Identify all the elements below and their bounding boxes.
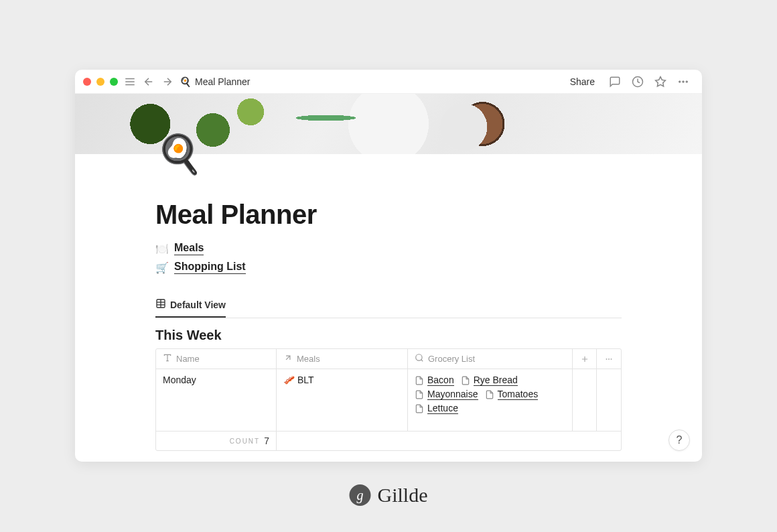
grocery-label: Mayonnaise xyxy=(427,389,478,400)
svg-point-17 xyxy=(416,354,422,360)
forward-button[interactable] xyxy=(161,75,174,88)
grocery-chip[interactable]: Mayonnaise xyxy=(415,389,478,400)
page-icon[interactable]: 🍳 xyxy=(155,130,204,178)
titlebar-actions: Share xyxy=(566,75,694,88)
table-header: Name Meals Grocery List xyxy=(156,349,621,369)
page-icon xyxy=(415,376,424,385)
brand-icon: g xyxy=(350,484,371,506)
database-table: Name Meals Grocery List xyxy=(155,348,622,451)
window-controls xyxy=(83,78,118,86)
table-row[interactable]: Monday 🥓 BLT Bacon Rye Bread xyxy=(156,369,621,431)
column-header-name[interactable]: Name xyxy=(156,349,277,369)
help-button[interactable]: ? xyxy=(668,429,690,451)
share-button[interactable]: Share xyxy=(566,76,599,87)
link-label: Shopping List xyxy=(174,261,246,274)
page-title[interactable]: Meal Planner xyxy=(155,200,622,230)
column-more-button[interactable] xyxy=(597,349,621,369)
page-links: 🍽️ Meals 🛒 Shopping List xyxy=(155,242,622,274)
link-shopping-list[interactable]: 🛒 Shopping List xyxy=(155,261,622,274)
grocery-label: Bacon xyxy=(427,375,454,386)
svg-point-9 xyxy=(686,80,688,82)
cart-icon: 🛒 xyxy=(155,261,169,274)
meal-name: BLT xyxy=(297,375,314,385)
column-header-grocery[interactable]: Grocery List xyxy=(408,349,573,369)
table-footer: COUNT 7 xyxy=(156,431,621,450)
add-column-button[interactable] xyxy=(573,349,597,369)
grocery-chip[interactable]: Bacon xyxy=(415,375,454,386)
cell-empty xyxy=(573,369,597,431)
page-content: Meal Planner 🍽️ Meals 🛒 Shopping List De… xyxy=(75,154,702,451)
brand-watermark: g Gillde xyxy=(350,484,428,507)
column-label: Meals xyxy=(297,354,320,364)
grocery-chip[interactable]: Tomatoes xyxy=(485,389,539,400)
svg-point-23 xyxy=(611,358,612,360)
tab-label: Default View xyxy=(170,300,226,310)
comments-icon[interactable] xyxy=(608,75,622,88)
column-header-meals[interactable]: Meals xyxy=(277,349,408,369)
relation-icon xyxy=(283,353,293,364)
favorite-icon[interactable] xyxy=(654,75,667,88)
more-icon[interactable] xyxy=(677,75,690,88)
count-value: 7 xyxy=(264,436,269,446)
svg-marker-6 xyxy=(656,76,666,86)
breadcrumb-title: Meal Planner xyxy=(195,76,251,87)
svg-line-18 xyxy=(421,360,423,362)
menu-icon[interactable] xyxy=(123,75,137,88)
page-icon xyxy=(461,376,470,385)
database-title[interactable]: This Week xyxy=(155,328,622,343)
breadcrumb[interactable]: 🍳 Meal Planner xyxy=(180,76,251,87)
table-icon xyxy=(155,298,166,311)
column-label: Grocery List xyxy=(428,354,475,364)
grocery-label: Tomatoes xyxy=(498,389,539,400)
tab-default-view[interactable]: Default View xyxy=(155,298,226,318)
svg-point-8 xyxy=(683,80,685,82)
cell-meals[interactable]: 🥓 BLT xyxy=(277,369,408,431)
svg-point-22 xyxy=(608,358,610,360)
cell-name[interactable]: Monday xyxy=(156,369,277,431)
link-label: Meals xyxy=(174,242,204,255)
minimize-window-button[interactable] xyxy=(96,78,104,86)
back-button[interactable] xyxy=(142,75,155,88)
page-icon xyxy=(415,404,424,413)
cell-empty xyxy=(597,369,621,431)
link-meals[interactable]: 🍽️ Meals xyxy=(155,242,622,255)
rollup-icon xyxy=(415,353,424,364)
view-tabs: Default View xyxy=(155,298,622,318)
brand-name: Gillde xyxy=(378,484,428,507)
app-window: 🍳 Meal Planner Share 🍳 Meal Planner xyxy=(75,70,702,462)
page-icon xyxy=(485,390,494,399)
plate-icon: 🍽️ xyxy=(155,243,169,255)
svg-line-16 xyxy=(286,356,290,360)
maximize-window-button[interactable] xyxy=(110,78,118,86)
page-icon xyxy=(415,390,424,399)
count-label: COUNT xyxy=(230,438,261,445)
updates-icon[interactable] xyxy=(631,75,644,88)
svg-point-21 xyxy=(606,358,608,360)
grocery-chip[interactable]: Rye Bread xyxy=(461,375,518,386)
grocery-label: Lettuce xyxy=(427,403,458,414)
footer-count[interactable]: COUNT 7 xyxy=(156,431,277,450)
titlebar: 🍳 Meal Planner Share xyxy=(75,70,702,94)
close-window-button[interactable] xyxy=(83,78,91,86)
title-property-icon xyxy=(163,353,172,364)
bacon-icon: 🥓 xyxy=(283,375,295,385)
svg-point-7 xyxy=(679,80,681,82)
grocery-label: Rye Bread xyxy=(474,375,518,386)
cell-grocery[interactable]: Bacon Rye Bread Mayonnaise Tomatoes xyxy=(408,369,573,431)
page-icon-small: 🍳 xyxy=(180,76,191,87)
grocery-chip[interactable]: Lettuce xyxy=(415,403,458,414)
column-label: Name xyxy=(176,354,200,364)
